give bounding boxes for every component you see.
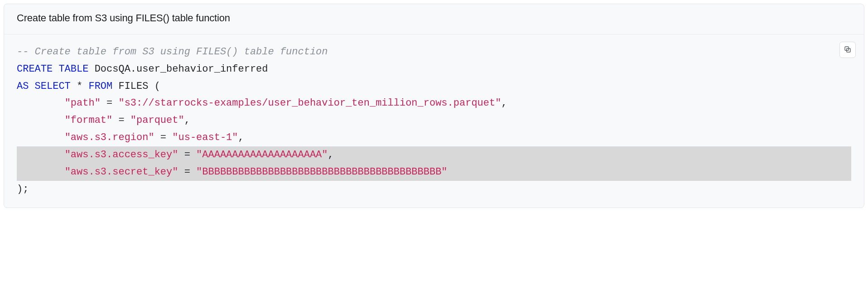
table-name: DocsQA.user_behavior_inferred: [88, 63, 268, 75]
kw-as: AS: [17, 81, 29, 92]
comma: ,: [184, 115, 190, 126]
indent: [17, 149, 65, 160]
eq: =: [112, 115, 130, 126]
kw-from: FROM: [88, 81, 112, 92]
format-val: "parquet": [130, 115, 184, 126]
panel-title: Create table from S3 using FILES() table…: [17, 12, 851, 24]
code-comment-text: Create table from S3 using FILES() table…: [29, 46, 328, 58]
indent: [17, 115, 65, 126]
indent: [17, 97, 65, 109]
comma: ,: [328, 149, 334, 160]
comma: ,: [238, 132, 244, 143]
region-key: "aws.s3.region": [65, 132, 154, 143]
code-panel: Create table from S3 using FILES() table…: [4, 4, 864, 208]
indent: [17, 166, 65, 178]
access-key-key: "aws.s3.access_key": [65, 149, 178, 160]
path-key: "path": [65, 97, 101, 109]
eq: =: [101, 97, 119, 109]
kw-table: TABLE: [58, 63, 88, 75]
path-val: "s3://starrocks-examples/user_behavior_t…: [118, 97, 501, 109]
eq: =: [178, 149, 196, 160]
panel-body: -- Create table from S3 using FILES() ta…: [4, 34, 864, 208]
lparen: (: [154, 81, 160, 92]
rparen: );: [17, 184, 29, 195]
files-fn: FILES: [112, 81, 154, 92]
region-val: "us-east-1": [172, 132, 238, 143]
format-key: "format": [65, 115, 113, 126]
kw-select: SELECT: [35, 81, 71, 92]
eq: =: [178, 166, 196, 178]
indent: [17, 132, 65, 143]
access-key-val: "AAAAAAAAAAAAAAAAAAAA": [196, 149, 328, 160]
secret-key-val: "BBBBBBBBBBBBBBBBBBBBBBBBBBBBBBBBBBBBBBB…: [196, 166, 448, 178]
kw-create: CREATE: [17, 63, 53, 75]
secret-key-key: "aws.s3.secret_key": [65, 166, 178, 178]
copy-button[interactable]: [839, 42, 856, 58]
eq: =: [154, 132, 173, 143]
comma: ,: [501, 97, 507, 109]
star: *: [71, 81, 89, 92]
panel-header: Create table from S3 using FILES() table…: [4, 4, 864, 34]
copy-icon: [844, 45, 852, 55]
code-comment-prefix: --: [17, 46, 29, 58]
code-block: -- Create table from S3 using FILES() ta…: [17, 44, 851, 198]
